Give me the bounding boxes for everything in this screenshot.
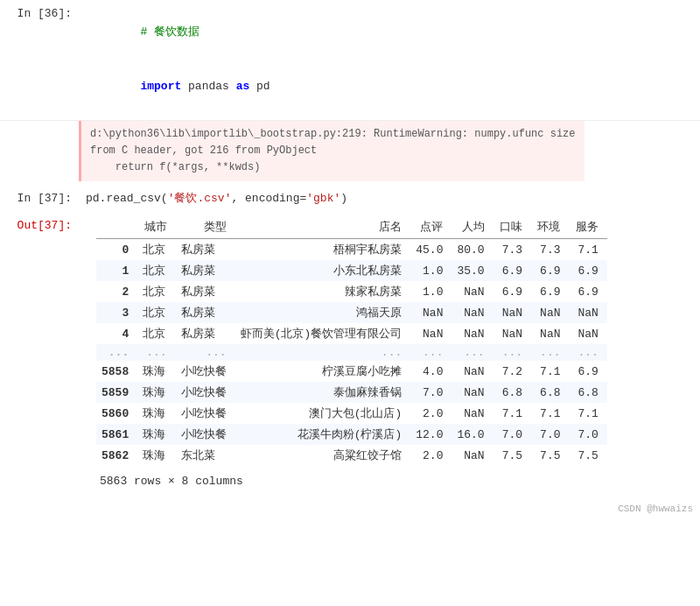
row-city: 珠海	[137, 361, 175, 382]
ellipsis-city: ...	[137, 344, 175, 361]
comment-text: # 餐饮数据	[140, 25, 200, 39]
row-price: NaN	[452, 281, 493, 302]
row-city: 珠海	[137, 382, 175, 403]
row-storename: 小东北私房菜	[235, 260, 411, 281]
notebook: In [36]: # 餐饮数据 import pandas as pd d:\p…	[0, 0, 700, 518]
cell-36-input[interactable]: # 餐饮数据 import pandas as pd	[79, 0, 700, 120]
row-service: 7.0	[569, 424, 606, 445]
row-service: 6.9	[569, 361, 606, 382]
row-storename: 梧桐宇私房菜	[235, 239, 411, 261]
row-env: 7.1	[531, 403, 569, 424]
cell-37-input[interactable]: pd.read_csv('餐饮.csv', encoding='gbk')	[79, 185, 700, 212]
table-row: 5859 珠海 小吃快餐 泰伽麻辣香锅 7.0 NaN 6.8 6.8 6.8	[96, 382, 607, 403]
row-storename: 柠溪豆腐小吃摊	[235, 361, 411, 382]
row-storename: 虾而美(北京)餐饮管理有限公司	[235, 323, 411, 344]
row-index: 5860	[96, 403, 137, 424]
row-taste: 7.1	[494, 403, 531, 424]
th-service: 服务	[569, 215, 606, 239]
cell-36: In [36]: # 餐饮数据 import pandas as pd	[0, 0, 700, 121]
csdn-watermark: CSDN @hwwaizs	[0, 500, 700, 518]
ellipsis-taste: ...	[494, 344, 531, 361]
row-env: 7.1	[531, 361, 569, 382]
row-taste: NaN	[494, 302, 531, 323]
row-env: NaN	[531, 302, 569, 323]
import-keyword: import	[140, 80, 181, 93]
row-storename: 泰伽麻辣香锅	[235, 382, 411, 403]
row-index: 5862	[96, 445, 137, 466]
row-price: NaN	[452, 361, 493, 382]
row-city: 珠海	[137, 445, 175, 466]
row-review: 2.0	[410, 445, 452, 466]
table-row: 5858 珠海 小吃快餐 柠溪豆腐小吃摊 4.0 NaN 7.2 7.1 6.9	[96, 361, 607, 382]
row-index: 0	[96, 239, 137, 261]
table-header-row: 城市 类型 店名 点评 人均 口味 环境 服务	[96, 215, 607, 239]
row-service: NaN	[569, 302, 606, 323]
row-service: 6.9	[569, 281, 606, 302]
cell-36-warning-text: d:\python36\lib\importlib\_bootstrap.py:…	[79, 121, 584, 182]
row-review: NaN	[410, 302, 452, 323]
row-city: 北京	[137, 323, 175, 344]
row-storename: 花溪牛肉粉(柠溪店)	[235, 424, 411, 445]
cell-36-out-prompt	[0, 121, 79, 182]
ellipsis-review: ...	[410, 344, 452, 361]
table-row: 5861 珠海 小吃快餐 花溪牛肉粉(柠溪店) 12.0 16.0 7.0 7.…	[96, 424, 607, 445]
row-storename: 澳门大包(北山店)	[235, 403, 411, 424]
row-city: 北京	[137, 260, 175, 281]
row-index: 1	[96, 260, 137, 281]
table-row: 5862 珠海 东北菜 高粱红饺子馆 2.0 NaN 7.5 7.5 7.5	[96, 445, 607, 466]
ellipsis-price: ...	[452, 344, 493, 361]
cell-36-in-label: In [36]:	[18, 7, 72, 20]
row-type: 小吃快餐	[176, 403, 235, 424]
as-keyword: as	[236, 80, 250, 93]
ellipsis-env: ...	[531, 344, 569, 361]
row-type: 私房菜	[176, 260, 235, 281]
row-storename: 鸿福天原	[235, 302, 411, 323]
row-taste: 7.3	[494, 239, 531, 261]
row-service: 7.1	[569, 239, 606, 261]
row-type: 小吃快餐	[176, 382, 235, 403]
row-price: NaN	[452, 403, 493, 424]
th-reviews: 点评	[410, 215, 452, 239]
th-city: 城市	[137, 215, 175, 239]
row-service: 6.9	[569, 260, 606, 281]
row-city: 北京	[137, 281, 175, 302]
row-env: 7.5	[531, 445, 569, 466]
cell-36-warning: d:\python36\lib\importlib\_bootstrap.py:…	[0, 121, 700, 182]
row-review: 2.0	[410, 403, 452, 424]
row-price: NaN	[452, 302, 493, 323]
row-taste: 6.9	[494, 260, 531, 281]
row-price: NaN	[452, 382, 493, 403]
row-taste: NaN	[494, 323, 531, 344]
row-env: 7.3	[531, 239, 569, 261]
table-row: 5860 珠海 小吃快餐 澳门大包(北山店) 2.0 NaN 7.1 7.1 7…	[96, 403, 607, 424]
cell-37-prompt: In [37]:	[0, 185, 79, 212]
th-env: 环境	[531, 215, 569, 239]
pd-text: pd	[249, 80, 270, 93]
cell-36-prompt: In [36]:	[0, 0, 79, 120]
row-price: 35.0	[452, 260, 493, 281]
row-review: NaN	[410, 323, 452, 344]
import-space: pandas	[181, 80, 235, 93]
table-row: 2 北京 私房菜 辣家私房菜 1.0 NaN 6.9 6.9 6.9	[96, 281, 607, 302]
row-env: 6.9	[531, 260, 569, 281]
row-index: 5861	[96, 424, 137, 445]
row-review: 45.0	[410, 239, 452, 261]
code-line-import: import pandas as pd	[86, 60, 693, 114]
cell-37-out-label: Out[37]:	[18, 219, 72, 232]
row-review: 4.0	[410, 361, 452, 382]
row-service: 7.5	[569, 445, 606, 466]
row-city: 北京	[137, 239, 175, 261]
row-count: 5863 rows × 8 columns	[79, 466, 700, 493]
row-env: NaN	[531, 323, 569, 344]
table-row-ellipsis: ... ... ... ... ... ... ... ... ...	[96, 344, 607, 361]
row-taste: 7.5	[494, 445, 531, 466]
cell-37-output: 城市 类型 店名 点评 人均 口味 环境 服务 0 北京 私房菜	[79, 212, 700, 500]
row-city: 珠海	[137, 403, 175, 424]
row-review: 1.0	[410, 260, 452, 281]
th-type: 类型	[176, 215, 235, 239]
row-service: NaN	[569, 323, 606, 344]
row-taste: 6.9	[494, 281, 531, 302]
cell-37-output-row: Out[37]: 城市 类型 店名 点评 人均 口味 环境 服务	[0, 212, 700, 500]
row-review: 1.0	[410, 281, 452, 302]
ellipsis-type: ...	[176, 344, 235, 361]
